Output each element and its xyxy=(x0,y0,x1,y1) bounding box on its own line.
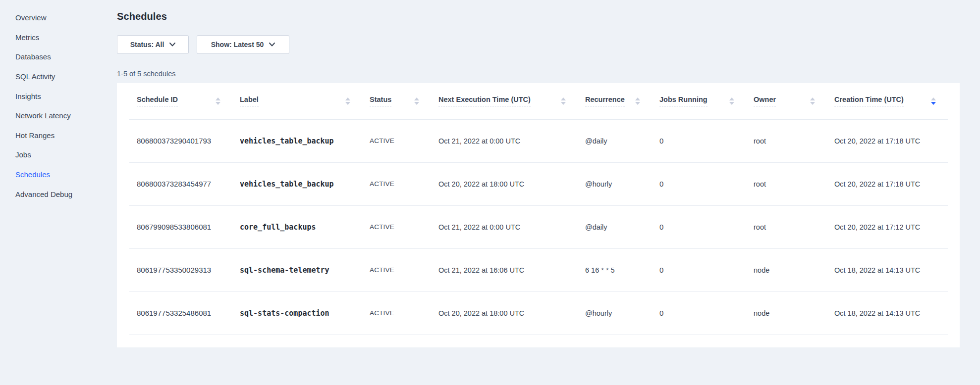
cell-owner: node xyxy=(746,291,827,335)
cell-schedule-id: 806197753350029313 xyxy=(129,248,232,291)
column-label: Schedule ID xyxy=(137,96,178,106)
column-header-schedule-id[interactable]: Schedule ID xyxy=(129,83,232,119)
table-row: 806799098533806081 core_full_backups ACT… xyxy=(129,205,948,248)
column-header-jobs-running[interactable]: Jobs Running xyxy=(652,83,746,119)
sort-icon xyxy=(810,97,815,105)
cell-label: core_full_backups xyxy=(232,205,362,248)
sidebar-item-overview[interactable]: Overview xyxy=(0,8,117,28)
sidebar: Overview Metrics Databases SQL Activity … xyxy=(0,0,117,385)
cell-label: sql-stats-compaction xyxy=(232,291,362,335)
results-count: 1-5 of 5 schedules xyxy=(117,70,980,78)
table-row: 806197753350029313 sql-schema-telemetry … xyxy=(129,248,948,291)
column-label: Recurrence xyxy=(585,96,625,106)
cell-next-execution: Oct 21, 2022 at 16:06 UTC xyxy=(431,248,578,291)
sort-icon xyxy=(635,97,640,105)
sort-icon xyxy=(414,97,419,105)
cell-jobs-running: 0 xyxy=(652,248,746,291)
cell-owner: node xyxy=(746,248,827,291)
chevron-down-icon xyxy=(169,43,175,47)
cell-creation-time: Oct 20, 2022 at 17:18 UTC xyxy=(827,119,948,162)
chevron-down-icon xyxy=(269,43,275,47)
cell-creation-time: Oct 20, 2022 at 17:18 UTC xyxy=(827,162,948,205)
page-title: Schedules xyxy=(117,11,980,22)
column-label: Owner xyxy=(754,96,776,106)
cell-recurrence: 6 16 * * 5 xyxy=(578,248,652,291)
cell-owner: root xyxy=(746,162,827,205)
cell-creation-time: Oct 18, 2022 at 14:13 UTC xyxy=(827,291,948,335)
cell-recurrence: @daily xyxy=(578,205,652,248)
cell-owner: root xyxy=(746,119,827,162)
cell-schedule-id: 806800373283454977 xyxy=(129,162,232,205)
sidebar-nav-list: Overview Metrics Databases SQL Activity … xyxy=(0,8,117,204)
cell-recurrence: @daily xyxy=(578,119,652,162)
table-row: 806800373290401793 vehicles_table_backup… xyxy=(129,119,948,162)
cell-recurrence: @hourly xyxy=(578,162,652,205)
schedules-table: Schedule ID Label Status Next Execution … xyxy=(129,83,948,335)
sidebar-item-sql-activity[interactable]: SQL Activity xyxy=(0,67,117,87)
sort-icon xyxy=(345,97,350,105)
cell-jobs-running: 0 xyxy=(652,119,746,162)
cell-label: sql-schema-telemetry xyxy=(232,248,362,291)
sort-icon xyxy=(216,97,220,105)
cell-status: ACTIVE xyxy=(362,162,431,205)
sidebar-item-schedules[interactable]: Schedules xyxy=(0,165,117,185)
column-label: Jobs Running xyxy=(659,96,708,106)
cell-schedule-id: 806799098533806081 xyxy=(129,205,232,248)
column-header-owner[interactable]: Owner xyxy=(746,83,827,119)
main-content: Schedules Status: All Show: Latest 50 1-… xyxy=(117,0,980,347)
cell-next-execution: Oct 21, 2022 at 0:00 UTC xyxy=(431,205,578,248)
cell-status: ACTIVE xyxy=(362,248,431,291)
table-row: 806197753325486081 sql-stats-compaction … xyxy=(129,291,948,335)
cell-next-execution: Oct 21, 2022 at 0:00 UTC xyxy=(431,119,578,162)
status-filter-label: Status: All xyxy=(130,41,164,48)
cell-schedule-id: 806197753325486081 xyxy=(129,291,232,335)
cell-status: ACTIVE xyxy=(362,119,431,162)
cell-jobs-running: 0 xyxy=(652,291,746,335)
cell-owner: root xyxy=(746,205,827,248)
column-label: Label xyxy=(240,96,259,106)
sidebar-item-metrics[interactable]: Metrics xyxy=(0,28,117,48)
show-latest-dropdown[interactable]: Show: Latest 50 xyxy=(197,35,289,54)
sidebar-item-advanced-debug[interactable]: Advanced Debug xyxy=(0,184,117,204)
column-label: Status xyxy=(370,96,391,106)
cell-creation-time: Oct 18, 2022 at 14:13 UTC xyxy=(827,248,948,291)
table-header-row: Schedule ID Label Status Next Execution … xyxy=(129,83,948,119)
cell-label: vehicles_table_backup xyxy=(232,162,362,205)
column-header-next-execution-time[interactable]: Next Execution Time (UTC) xyxy=(431,83,578,119)
table-row: 806800373283454977 vehicles_table_backup… xyxy=(129,162,948,205)
sidebar-item-insights[interactable]: Insights xyxy=(0,86,117,106)
sidebar-item-jobs[interactable]: Jobs xyxy=(0,145,117,165)
cell-creation-time: Oct 20, 2022 at 17:12 UTC xyxy=(827,205,948,248)
sort-icon xyxy=(729,97,734,105)
cell-next-execution: Oct 20, 2022 at 18:00 UTC xyxy=(431,291,578,335)
cell-jobs-running: 0 xyxy=(652,205,746,248)
cell-status: ACTIVE xyxy=(362,291,431,335)
column-label: Creation Time (UTC) xyxy=(834,96,904,106)
cell-label: vehicles_table_backup xyxy=(232,119,362,162)
cell-recurrence: @hourly xyxy=(578,291,652,335)
show-latest-label: Show: Latest 50 xyxy=(211,41,264,48)
filter-bar: Status: All Show: Latest 50 xyxy=(117,35,980,54)
sort-icon xyxy=(561,97,566,105)
sort-icon xyxy=(931,97,936,105)
cell-status: ACTIVE xyxy=(362,205,431,248)
column-header-label[interactable]: Label xyxy=(232,83,362,119)
cell-schedule-id: 806800373290401793 xyxy=(129,119,232,162)
sidebar-item-network-latency[interactable]: Network Latency xyxy=(0,106,117,126)
cell-jobs-running: 0 xyxy=(652,162,746,205)
sidebar-item-hot-ranges[interactable]: Hot Ranges xyxy=(0,126,117,145)
column-header-creation-time[interactable]: Creation Time (UTC) xyxy=(827,83,948,119)
cell-next-execution: Oct 20, 2022 at 18:00 UTC xyxy=(431,162,578,205)
sidebar-item-databases[interactable]: Databases xyxy=(0,47,117,67)
status-filter-dropdown[interactable]: Status: All xyxy=(117,35,189,54)
column-header-status[interactable]: Status xyxy=(362,83,431,119)
column-label: Next Execution Time (UTC) xyxy=(438,96,531,106)
column-header-recurrence[interactable]: Recurrence xyxy=(578,83,652,119)
schedules-table-panel: Schedule ID Label Status Next Execution … xyxy=(117,83,960,347)
